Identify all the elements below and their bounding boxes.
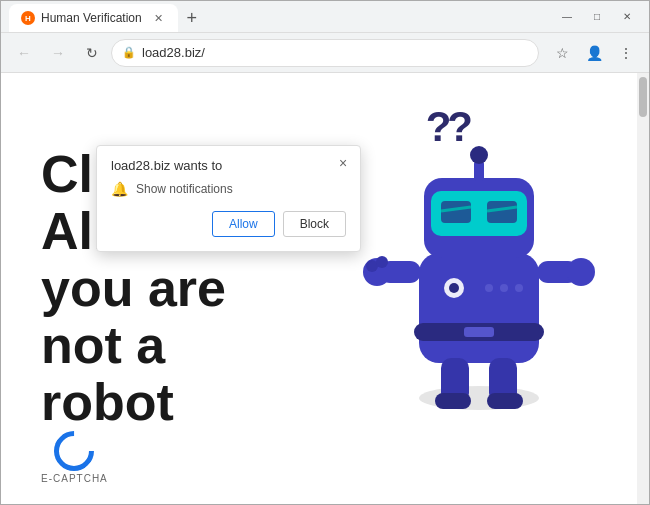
- popup-close-button[interactable]: ×: [334, 154, 352, 172]
- lock-icon: 🔒: [122, 46, 136, 59]
- svg-rect-1: [419, 253, 539, 363]
- tab-favicon: H: [21, 11, 35, 25]
- svg-point-23: [449, 283, 459, 293]
- svg-rect-20: [435, 393, 471, 409]
- menu-button[interactable]: ⋮: [611, 38, 641, 68]
- browser-window: H Human Verification ✕ + — □ ✕ ← → ↻ 🔒 l…: [0, 0, 650, 505]
- notification-show-text: Show notifications: [136, 182, 233, 196]
- svg-rect-3: [464, 327, 494, 337]
- content-area: × load28.biz wants to 🔔 Show notificatio…: [1, 73, 649, 504]
- profile-button[interactable]: 👤: [579, 38, 609, 68]
- svg-rect-6: [441, 201, 471, 223]
- close-button[interactable]: ✕: [613, 6, 641, 28]
- notification-row: 🔔 Show notifications: [111, 181, 346, 197]
- new-tab-button[interactable]: +: [178, 4, 206, 32]
- captcha-c-icon: [46, 423, 103, 480]
- minimize-button[interactable]: —: [553, 6, 581, 28]
- title-bar: H Human Verification ✕ + — □ ✕: [1, 1, 649, 33]
- tab-area: H Human Verification ✕ +: [9, 1, 553, 32]
- refresh-button[interactable]: ↻: [77, 38, 107, 68]
- active-tab[interactable]: H Human Verification ✕: [9, 4, 178, 32]
- svg-point-15: [376, 256, 388, 268]
- svg-point-17: [567, 258, 595, 286]
- scrollbar-thumb[interactable]: [639, 77, 647, 117]
- robot-svg: [359, 93, 599, 413]
- captcha-logo: E-CAPTCHA: [41, 431, 108, 484]
- robot-illustration: ??: [359, 93, 619, 433]
- back-button[interactable]: ←: [9, 38, 39, 68]
- bell-icon: 🔔: [111, 181, 128, 197]
- forward-button[interactable]: →: [43, 38, 73, 68]
- svg-point-26: [515, 284, 523, 292]
- allow-button[interactable]: Allow: [212, 211, 275, 237]
- captcha-label: E-CAPTCHA: [41, 473, 108, 484]
- scrollbar[interactable]: [637, 73, 649, 504]
- maximize-button[interactable]: □: [583, 6, 611, 28]
- tab-title: Human Verification: [41, 11, 142, 25]
- svg-point-24: [485, 284, 493, 292]
- question-marks-decoration: ??: [426, 103, 469, 151]
- toolbar: ← → ↻ 🔒 load28.biz/ ☆ 👤 ⋮: [1, 33, 649, 73]
- notification-popup: × load28.biz wants to 🔔 Show notificatio…: [96, 145, 361, 252]
- block-button[interactable]: Block: [283, 211, 346, 237]
- address-bar[interactable]: 🔒 load28.biz/: [111, 39, 539, 67]
- popup-buttons: Allow Block: [111, 211, 346, 237]
- svg-point-11: [470, 146, 488, 164]
- tab-close-button[interactable]: ✕: [152, 11, 166, 25]
- svg-rect-7: [487, 201, 517, 223]
- toolbar-actions: ☆ 👤 ⋮: [547, 38, 641, 68]
- bookmark-button[interactable]: ☆: [547, 38, 577, 68]
- popup-title: load28.biz wants to: [111, 158, 346, 173]
- svg-rect-21: [487, 393, 523, 409]
- window-controls: — □ ✕: [553, 6, 641, 28]
- svg-point-25: [500, 284, 508, 292]
- url-text: load28.biz/: [142, 45, 205, 60]
